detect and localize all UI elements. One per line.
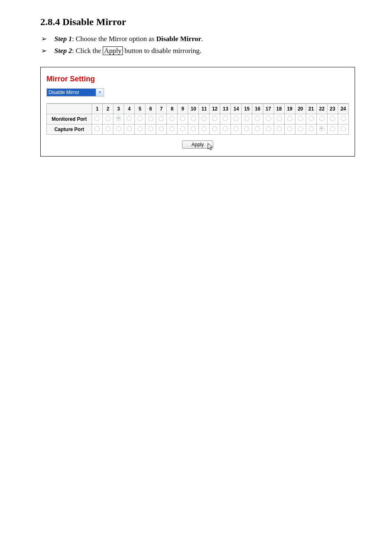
monitored-port-radio-21[interactable] bbox=[306, 114, 316, 124]
port-table: 1 2 3 4 5 6 7 8 9 10 11 12 13 14 15 16 1 bbox=[46, 104, 349, 135]
capture-port-radio-8[interactable] bbox=[167, 124, 178, 134]
col-header: 21 bbox=[306, 104, 316, 114]
capture-port-radio-15[interactable] bbox=[242, 124, 252, 134]
capture-port-radio-22[interactable] bbox=[316, 124, 327, 134]
radio-icon bbox=[201, 126, 207, 131]
monitored-port-radio-4[interactable] bbox=[124, 114, 135, 124]
capture-port-radio-23[interactable] bbox=[327, 124, 338, 134]
monitored-port-radio-23[interactable] bbox=[327, 114, 338, 124]
capture-port-radio-14[interactable] bbox=[231, 124, 242, 134]
capture-port-radio-11[interactable] bbox=[199, 124, 210, 134]
capture-port-radio-12[interactable] bbox=[210, 124, 220, 134]
capture-port-radio-2[interactable] bbox=[103, 124, 113, 134]
radio-icon bbox=[319, 126, 325, 131]
monitored-port-radio-19[interactable] bbox=[284, 114, 295, 124]
capture-port-radio-10[interactable] bbox=[188, 124, 199, 134]
monitored-port-radio-6[interactable] bbox=[145, 114, 156, 124]
capture-port-radio-18[interactable] bbox=[274, 124, 284, 134]
apply-button[interactable]: Apply bbox=[182, 140, 213, 149]
panel-title: Mirror Setting bbox=[46, 75, 349, 83]
step-2: Step 2: Click the Apply button to disabl… bbox=[41, 45, 355, 57]
col-header: 8 bbox=[167, 104, 178, 114]
capture-port-radio-9[interactable] bbox=[178, 124, 188, 134]
capture-port-radio-3[interactable] bbox=[113, 124, 124, 134]
capture-port-radio-20[interactable] bbox=[295, 124, 306, 134]
radio-icon bbox=[116, 116, 121, 121]
capture-port-radio-16[interactable] bbox=[252, 124, 263, 134]
radio-icon bbox=[266, 126, 271, 131]
radio-icon bbox=[148, 126, 153, 131]
chevron-down-icon[interactable] bbox=[96, 89, 104, 96]
col-header: 9 bbox=[178, 104, 188, 114]
radio-icon bbox=[277, 116, 282, 121]
col-header: 18 bbox=[274, 104, 284, 114]
monitored-port-radio-9[interactable] bbox=[178, 114, 188, 124]
col-header: 15 bbox=[242, 104, 252, 114]
radio-icon bbox=[223, 126, 228, 131]
monitored-port-radio-7[interactable] bbox=[156, 114, 167, 124]
monitored-port-radio-14[interactable] bbox=[231, 114, 242, 124]
radio-icon bbox=[330, 126, 335, 131]
monitored-port-radio-8[interactable] bbox=[167, 114, 178, 124]
radio-icon bbox=[309, 126, 314, 131]
capture-port-radio-1[interactable] bbox=[92, 124, 103, 134]
radio-icon bbox=[137, 126, 143, 131]
header-row: 1 2 3 4 5 6 7 8 9 10 11 12 13 14 15 16 1 bbox=[47, 104, 349, 114]
col-header: 4 bbox=[124, 104, 135, 114]
col-header: 5 bbox=[135, 104, 145, 114]
col-header: 6 bbox=[145, 104, 156, 114]
radio-icon bbox=[180, 126, 185, 131]
radio-icon bbox=[255, 116, 260, 121]
radio-icon bbox=[233, 116, 239, 121]
col-header: 7 bbox=[156, 104, 167, 114]
capture-port-radio-7[interactable] bbox=[156, 124, 167, 134]
monitored-port-radio-12[interactable] bbox=[210, 114, 220, 124]
capture-port-radio-24[interactable] bbox=[338, 124, 348, 134]
col-header: 11 bbox=[199, 104, 210, 114]
mirror-setting-panel: Mirror Setting Disable Mirror 1 2 3 4 5 bbox=[40, 67, 355, 157]
radio-icon bbox=[244, 116, 249, 121]
monitored-port-radio-10[interactable] bbox=[188, 114, 199, 124]
col-header: 23 bbox=[327, 104, 338, 114]
capture-port-radio-19[interactable] bbox=[284, 124, 295, 134]
monitored-port-radio-5[interactable] bbox=[135, 114, 145, 124]
monitored-port-radio-13[interactable] bbox=[220, 114, 231, 124]
radio-icon bbox=[105, 126, 111, 131]
capture-port-radio-5[interactable] bbox=[135, 124, 145, 134]
monitored-port-radio-24[interactable] bbox=[338, 114, 348, 124]
mirror-mode-dropdown[interactable]: Disable Mirror bbox=[46, 88, 104, 97]
capture-port-label: Capture Port bbox=[47, 124, 92, 134]
radio-icon bbox=[277, 126, 282, 131]
step-2-text-b: button to disable mirroring. bbox=[123, 47, 201, 55]
radio-icon bbox=[298, 116, 303, 121]
step-1-bold: Disable Mirror bbox=[156, 35, 201, 43]
monitored-port-radio-22[interactable] bbox=[316, 114, 327, 124]
col-header: 1 bbox=[92, 104, 103, 114]
col-header: 22 bbox=[316, 104, 327, 114]
capture-port-radio-6[interactable] bbox=[145, 124, 156, 134]
monitored-port-radio-18[interactable] bbox=[274, 114, 284, 124]
monitored-port-radio-11[interactable] bbox=[199, 114, 210, 124]
monitored-port-radio-3[interactable] bbox=[113, 114, 124, 124]
radio-icon bbox=[180, 116, 185, 121]
monitored-port-radio-20[interactable] bbox=[295, 114, 306, 124]
radio-icon bbox=[191, 116, 196, 121]
radio-icon bbox=[159, 126, 164, 131]
monitored-port-radio-15[interactable] bbox=[242, 114, 252, 124]
radio-icon bbox=[159, 116, 164, 121]
radio-icon bbox=[309, 116, 314, 121]
capture-port-radio-4[interactable] bbox=[124, 124, 135, 134]
col-header: 13 bbox=[220, 104, 231, 114]
corner-cell bbox=[47, 104, 92, 114]
monitored-port-radio-16[interactable] bbox=[252, 114, 263, 124]
capture-port-radio-21[interactable] bbox=[306, 124, 316, 134]
monitored-port-radio-1[interactable] bbox=[92, 114, 103, 124]
step-1-label: Step 1 bbox=[54, 35, 72, 43]
monitored-port-radio-17[interactable] bbox=[263, 114, 274, 124]
capture-port-radio-17[interactable] bbox=[263, 124, 274, 134]
radio-icon bbox=[95, 116, 100, 121]
capture-port-radio-13[interactable] bbox=[220, 124, 231, 134]
step-1-text-a: : Choose the Mirror option as bbox=[72, 35, 156, 43]
monitored-port-radio-2[interactable] bbox=[103, 114, 113, 124]
radio-icon bbox=[212, 126, 217, 131]
